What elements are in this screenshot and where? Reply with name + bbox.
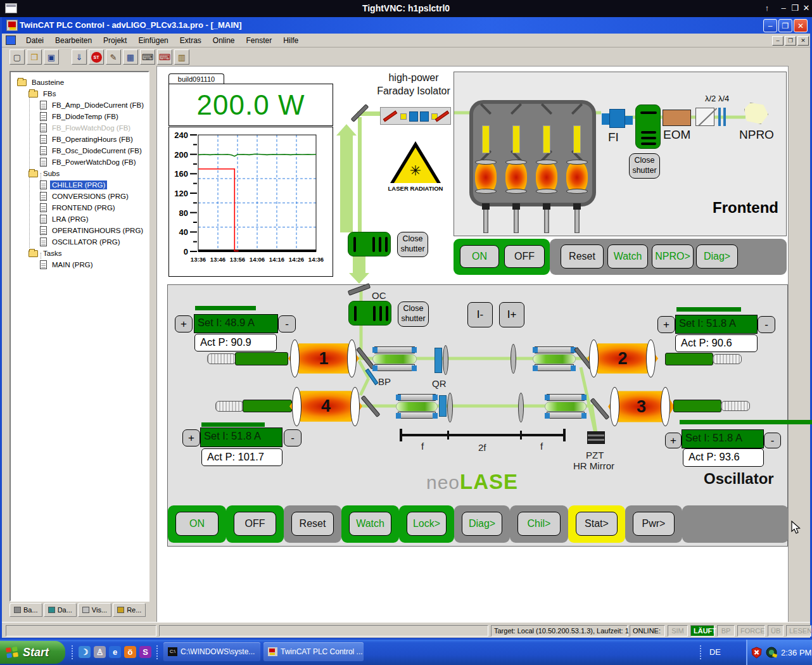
- head2-current-plus-button[interactable]: +: [657, 316, 675, 333]
- tree-item-fb-osc-diodecurrent-fb[interactable]: FB_Osc_DiodeCurrent (FB): [40, 145, 144, 156]
- tree-item-fb-flowwatchdog-fb[interactable]: FB_FlowWatchDog (FB): [40, 122, 132, 134]
- lens-icon: [589, 339, 599, 377]
- head1-actual-power: Act P: 90.9: [194, 334, 277, 352]
- tab-visualisierungen[interactable]: Vis...: [78, 603, 111, 617]
- vnc-fullscreen-icon[interactable]: ↑: [760, 3, 774, 14]
- tree-item-operatinghours-prg[interactable]: OPERATINGHOURS (PRG): [40, 225, 145, 236]
- window-restore-button[interactable]: ❐: [778, 19, 792, 32]
- menu-extras[interactable]: Extras: [175, 34, 206, 47]
- power-display: 200.0 W: [168, 84, 333, 126]
- tree-item-fb-operatinghours-fb[interactable]: FB_OperatingHours (FB): [40, 134, 135, 145]
- menu-fenster[interactable]: Fenster: [241, 34, 277, 47]
- oscillator-stat-button[interactable]: Stat>: [576, 512, 618, 536]
- tab-datentypen[interactable]: Da...: [44, 603, 77, 617]
- menu-einfügen[interactable]: Einfügen: [133, 34, 173, 47]
- oscillator-chil-button[interactable]: Chil>: [517, 512, 561, 536]
- current-increase-all-button[interactable]: I+: [499, 302, 524, 327]
- window-title-bar[interactable]: TwinCAT PLC Control - advLIGO_PLCv3.1a.p…: [2, 17, 810, 34]
- frontend-on-button[interactable]: ON: [460, 245, 499, 268]
- twincat-tray-icon[interactable]: [765, 646, 778, 659]
- current-decrease-all-button[interactable]: I-: [467, 302, 493, 327]
- tree-item-conversions-prg[interactable]: CONVERSIONS (PRG): [40, 191, 130, 202]
- firefox-icon[interactable]: ö: [124, 646, 136, 658]
- taskbar-item-cmd[interactable]: C:\ C:\WINDOWS\syste...: [163, 642, 260, 661]
- oscillator-pwr-button[interactable]: Pwr>: [633, 512, 675, 536]
- project-tree[interactable]: BausteineFBsFB_Amp_DiodeCurrent (FB)FB_D…: [10, 71, 149, 602]
- fiber-connector: [207, 353, 236, 364]
- menu-hilfe[interactable]: Hilfe: [278, 34, 303, 47]
- tab-bausteine[interactable]: Ba...: [10, 603, 42, 617]
- save-icon[interactable]: ▣: [44, 49, 59, 65]
- tree-item-fb-diodetemp-fb[interactable]: FB_DiodeTemp (FB): [40, 111, 120, 122]
- tree-item-fb-powerwatchdog-fb[interactable]: FB_PowerWatchDog (FB): [40, 156, 138, 168]
- start-button[interactable]: Start: [0, 641, 65, 664]
- open-file-icon[interactable]: ❒: [27, 49, 42, 65]
- fi-isolator-icon: [609, 109, 625, 128]
- frontend-off-button[interactable]: OFF: [504, 245, 545, 268]
- security-shield-icon[interactable]: [751, 647, 762, 659]
- device-remove-icon[interactable]: ⌨: [157, 49, 172, 65]
- svg-text:240: 240: [174, 130, 188, 140]
- stop-icon[interactable]: ST: [89, 49, 104, 65]
- tree-item-frontend-prg[interactable]: FRONTEND (PRG): [40, 202, 117, 213]
- tree-item-oscillator-prg[interactable]: OSCILLATOR (PRG): [40, 236, 122, 248]
- tab-datentypen-icon: [48, 607, 55, 613]
- msn-icon[interactable]: ☽: [79, 646, 91, 658]
- quicklaunch-separator: [156, 645, 158, 660]
- frontend-reset-button[interactable]: Reset: [561, 244, 604, 269]
- tree-item-fb-amp-diodecurrent-fb[interactable]: FB_Amp_DiodeCurrent (FB): [40, 99, 146, 111]
- close-shutter-button[interactable]: Close shutter: [398, 301, 429, 327]
- doc-icon: [40, 180, 47, 189]
- head4-current-minus-button[interactable]: -: [284, 429, 301, 446]
- head3-current-plus-button[interactable]: +: [665, 433, 682, 448]
- tree-item-lra-prg[interactable]: LRA (PRG): [40, 213, 91, 225]
- oscillator-off-button[interactable]: OFF: [234, 512, 276, 536]
- agent-icon[interactable]: ♙: [94, 646, 106, 658]
- add-object-icon[interactable]: ▦: [123, 49, 138, 65]
- head2-current-minus-button[interactable]: -: [758, 316, 775, 333]
- menu-online[interactable]: Online: [208, 34, 240, 47]
- new-file-icon[interactable]: ▢: [10, 49, 25, 65]
- vnc-close-icon[interactable]: ✕: [799, 3, 812, 14]
- oscillator-diag-button[interactable]: Diag>: [462, 512, 502, 536]
- tree-item-fbs[interactable]: FBs: [29, 88, 58, 99]
- mdi-document-icon[interactable]: [6, 35, 16, 45]
- menu-bearbeiten[interactable]: Bearbeiten: [50, 34, 97, 47]
- tree-item-bausteine[interactable]: Bausteine: [17, 77, 66, 88]
- edit-watch-icon[interactable]: ✎: [106, 49, 121, 65]
- mdi-restore-button[interactable]: ❐: [785, 36, 796, 46]
- head3-current-minus-button[interactable]: -: [764, 433, 781, 448]
- frontend-watch-button[interactable]: Watch: [607, 244, 648, 269]
- clock[interactable]: 2:36 PM: [781, 648, 811, 657]
- tree-item-main-prg[interactable]: MAIN (PRG): [40, 259, 95, 270]
- frontend-diag-button[interactable]: Diag>: [696, 244, 738, 269]
- menu-projekt[interactable]: Projekt: [98, 34, 132, 47]
- device-icon[interactable]: ⌨: [140, 49, 155, 65]
- login-icon[interactable]: ⇓: [72, 49, 87, 65]
- sys-icon[interactable]: S: [139, 646, 151, 658]
- ie-icon[interactable]: e: [109, 646, 121, 658]
- mdi-minimize-button[interactable]: –: [772, 36, 783, 46]
- language-indicator[interactable]: DE: [706, 645, 725, 659]
- mdi-close-button[interactable]: ✕: [797, 36, 809, 46]
- head1-current-minus-button[interactable]: -: [278, 315, 296, 332]
- taskbar-item-twincat[interactable]: TwinCAT PLC Control ...: [263, 642, 364, 661]
- oscillator-lock-button[interactable]: Lock>: [407, 512, 447, 536]
- tab-ressourcen[interactable]: Re...: [113, 603, 146, 617]
- window-close-button[interactable]: ✕: [794, 19, 808, 32]
- oscillator-reset-button[interactable]: Reset: [291, 512, 334, 536]
- frontend-npro-button[interactable]: NPRO>: [652, 244, 694, 269]
- close-shutter-button[interactable]: Close shutter: [629, 153, 660, 179]
- head1-set-current: Set I: 48.9 A: [194, 314, 278, 333]
- oscillator-watch-button[interactable]: Watch: [349, 512, 391, 536]
- library-icon[interactable]: ▥: [174, 49, 189, 65]
- head1-current-plus-button[interactable]: +: [175, 315, 193, 332]
- window-minimize-button[interactable]: –: [763, 19, 777, 32]
- menu-datei[interactable]: Datei: [21, 34, 49, 47]
- tree-item-chiller-prg[interactable]: CHILLER (PRG): [40, 179, 107, 191]
- tree-item-subs[interactable]: Subs: [29, 168, 61, 179]
- oscillator-on-button[interactable]: ON: [175, 512, 219, 536]
- tree-item-tasks[interactable]: Tasks: [29, 248, 63, 259]
- head4-current-plus-button[interactable]: +: [182, 429, 200, 446]
- close-shutter-button[interactable]: Close shutter: [397, 232, 428, 257]
